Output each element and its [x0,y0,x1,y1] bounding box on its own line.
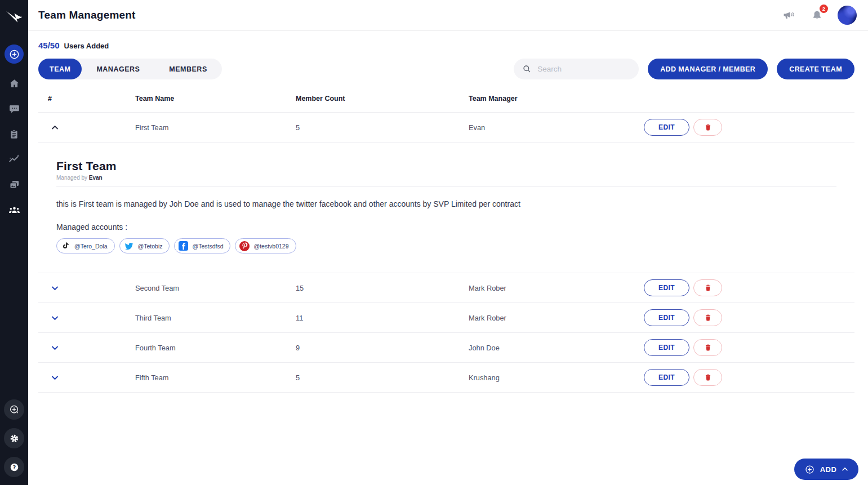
managed-by-line: Managed by Evan [56,175,836,181]
table-row: Fifth Team 5 Krushang EDIT [38,363,854,393]
trash-icon [704,123,713,132]
toolbar-right: ADD MANAGER / MEMBER CREATE TEAM [514,59,854,79]
team-name-cell: First Team [135,123,296,132]
expand-chevron-down-icon[interactable] [51,345,59,350]
chevron-up-icon [842,467,848,471]
expanded-team-manager: Evan [89,175,103,181]
sidebar: ? [0,0,28,485]
svg-text:?: ? [12,464,16,470]
account-chip-twitter[interactable]: @Tetobiz [119,238,170,253]
team-name-cell: Third Team [135,314,296,322]
member-count-cell: 11 [296,314,469,322]
tab-members[interactable]: MEMBERS [154,59,221,79]
table-row: Third Team 11 Mark Rober EDIT [38,303,854,333]
delete-team-button[interactable] [693,279,722,296]
edit-team-button[interactable]: EDIT [644,119,689,136]
expanded-team-title: First Team [56,159,836,173]
notifications-bell-icon[interactable]: 2 [809,8,824,23]
trash-icon [704,343,713,352]
toolbar: TEAM MANAGERS MEMBERS ADD MANAGER / MEMB… [38,59,854,79]
team-name-cell: Fourth Team [135,344,296,352]
team-description: this is First team is managed by Joh Doe… [56,199,836,208]
fab-label: ADD [820,465,836,474]
column-member-count: Member Count [296,95,469,103]
panel-divider [56,186,836,187]
tasks-clipboard-icon[interactable] [7,127,21,141]
search-box[interactable] [514,59,639,79]
teams-people-icon[interactable] [7,203,21,217]
help-icon[interactable]: ? [4,457,24,477]
announcements-megaphone-icon[interactable] [781,8,796,23]
settings-gear-icon[interactable] [4,428,24,448]
column-number: # [38,95,135,103]
tab-group: TEAM MANAGERS MEMBERS [38,59,222,79]
search-icon [522,64,532,74]
create-plus-icon[interactable] [5,45,24,64]
main-content: 45/50 Users Added TEAM MANAGERS MEMBERS … [28,41,868,393]
page-title: Team Management [38,9,136,21]
member-count-cell: 15 [296,284,469,292]
trash-icon [704,313,713,322]
plus-circle-icon [804,464,815,475]
edit-team-button[interactable]: EDIT [644,339,689,356]
top-header: Team Management 2 [28,0,868,31]
messages-icon[interactable] [7,102,21,115]
users-label: Users Added [64,42,109,50]
facebook-icon [179,241,188,251]
expand-chevron-down-icon[interactable] [51,286,59,291]
users-count: 45/50 [38,41,60,50]
table-row: Second Team 15 Mark Rober EDIT [38,273,854,303]
pinterest-icon [239,241,250,251]
users-added-stat: 45/50 Users Added [38,41,854,50]
user-avatar[interactable] [838,6,857,25]
tab-managers[interactable]: MANAGERS [82,59,154,79]
trash-icon [704,283,713,292]
table-row: First Team 5 Evan EDIT [38,113,854,143]
team-name-cell: Second Team [135,284,296,292]
header-actions: 2 [781,6,857,25]
column-team-name: Team Name [135,95,296,103]
delete-team-button[interactable] [693,309,722,326]
delete-team-button[interactable] [693,119,722,136]
delete-team-button[interactable] [693,369,722,386]
team-name-cell: Fifth Team [135,373,296,382]
search-input[interactable] [537,65,631,73]
expanded-team-panel: First Team Managed by Evan this is First… [38,143,854,273]
twitter-icon [124,241,134,251]
table-header-row: # Team Name Member Count Team Manager [38,84,854,113]
notification-badge: 2 [820,5,828,13]
team-manager-cell: Mark Rober [469,284,644,292]
edit-team-button[interactable]: EDIT [644,309,689,326]
account-chip-facebook[interactable]: @Testsdfsd [174,238,230,253]
account-chip-tiktok[interactable]: @Tero_Dola [56,238,115,253]
sidebar-bottom: ? [0,399,28,477]
managed-accounts-label: Managed accounts : [56,223,836,232]
account-chip-pinterest[interactable]: @testvb0129 [235,238,296,253]
member-count-cell: 5 [296,123,469,132]
team-manager-cell: John Doe [469,344,644,352]
expand-chevron-down-icon[interactable] [51,315,59,321]
expand-chevron-down-icon[interactable] [51,375,59,380]
create-team-button[interactable]: CREATE TEAM [777,59,854,79]
add-fab-button[interactable]: ADD [794,459,858,480]
column-team-manager: Team Manager [469,95,644,103]
table-row: Fourth Team 9 John Doe EDIT [38,333,854,363]
tiktok-icon [61,241,70,251]
bird-logo-icon[interactable] [3,5,25,28]
delete-team-button[interactable] [693,339,722,356]
analytics-icon[interactable] [7,153,21,166]
media-icon[interactable] [7,178,21,192]
tab-team[interactable]: TEAM [38,59,82,79]
edit-team-button[interactable]: EDIT [644,369,689,386]
sidebar-nav [7,77,21,217]
member-count-cell: 9 [296,344,469,352]
team-manager-cell: Krushang [469,373,644,382]
collapse-chevron-up-icon[interactable] [51,125,59,130]
home-icon[interactable] [7,77,21,90]
team-manager-cell: Evan [469,123,644,132]
team-manager-cell: Mark Rober [469,314,644,322]
edit-team-button[interactable]: EDIT [644,279,689,296]
trash-icon [704,373,713,382]
add-post-icon[interactable] [4,399,24,420]
add-manager-member-button[interactable]: ADD MANAGER / MEMBER [648,59,768,79]
